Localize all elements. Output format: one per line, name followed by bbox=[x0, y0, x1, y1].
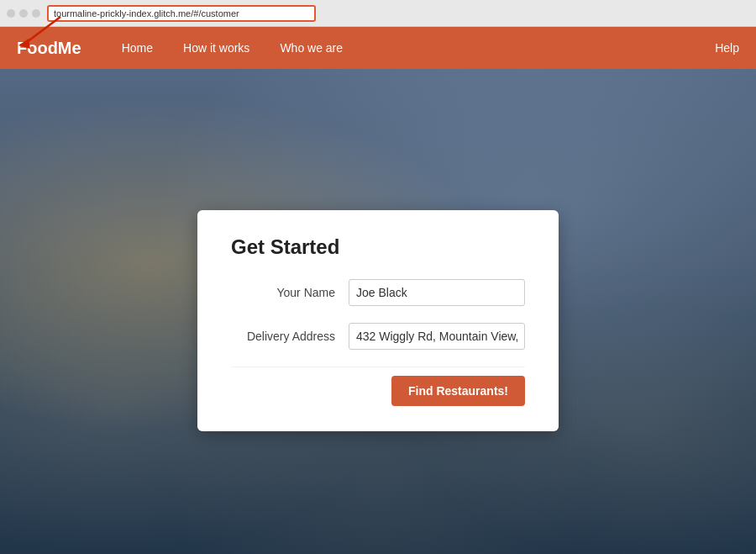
nav-how-it-works[interactable]: How it works bbox=[168, 27, 265, 69]
nav-links: Home How it works Who we are bbox=[107, 27, 716, 69]
url-text: tourmaline-prickly-index.glitch.me/#/cus… bbox=[54, 8, 239, 18]
name-row: Your Name bbox=[231, 279, 525, 306]
hero-section: Get Started Your Name Delivery Address F… bbox=[0, 69, 756, 554]
navbar: FoodMe Home How it works Who we are Help bbox=[0, 27, 756, 69]
nav-help[interactable]: Help bbox=[715, 41, 739, 55]
address-row: Delivery Address bbox=[231, 323, 525, 350]
address-label: Delivery Address bbox=[231, 330, 349, 343]
browser-chrome: tourmaline-prickly-index.glitch.me/#/cus… bbox=[0, 0, 756, 27]
name-label: Your Name bbox=[231, 286, 349, 299]
nav-home[interactable]: Home bbox=[107, 27, 168, 69]
annotation-arrow bbox=[10, 8, 69, 54]
name-input[interactable] bbox=[349, 279, 525, 306]
svg-line-0 bbox=[27, 17, 60, 42]
nav-who-we-are[interactable]: Who we are bbox=[265, 27, 358, 69]
address-input[interactable] bbox=[349, 323, 525, 350]
card-footer: Find Restaurants! bbox=[231, 367, 525, 406]
get-started-card: Get Started Your Name Delivery Address F… bbox=[197, 210, 559, 431]
find-restaurants-button[interactable]: Find Restaurants! bbox=[391, 376, 525, 406]
card-title: Get Started bbox=[231, 235, 525, 259]
address-bar[interactable]: tourmaline-prickly-index.glitch.me/#/cus… bbox=[47, 5, 316, 22]
svg-marker-1 bbox=[18, 39, 30, 49]
